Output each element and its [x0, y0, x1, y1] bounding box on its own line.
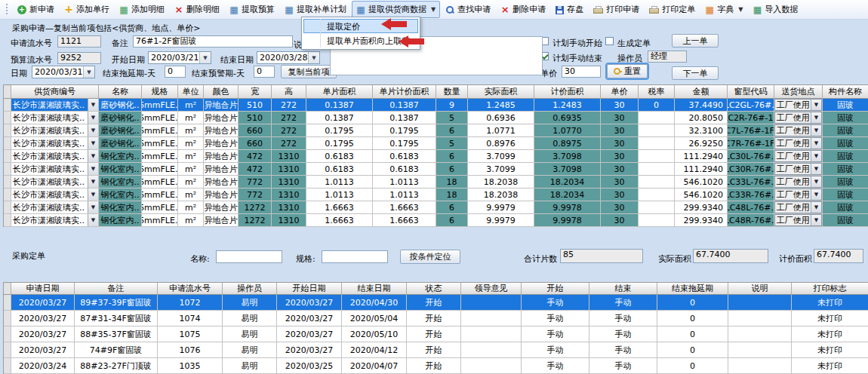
cell-name[interactable]: 磨砂钢化.. [99, 112, 142, 124]
cell-spec[interactable]: 6mmFLE.. [142, 137, 178, 150]
col-piece-pricing-area[interactable]: 单片计价面积 [373, 85, 436, 99]
toolbar-button-dictionary[interactable]: ▦字典▼ [700, 1, 747, 18]
cell-status[interactable]: 开始 [407, 295, 461, 311]
chevron-down-icon[interactable]: ▼ [811, 125, 821, 136]
cell-width[interactable]: 660 [239, 137, 272, 150]
col-end-mode[interactable]: 结束 [589, 283, 657, 295]
cell-name[interactable]: 磨砂钢化.. [99, 137, 142, 150]
name-filter-input[interactable] [216, 250, 282, 263]
cell-pricing-area[interactable]: 18.2034 [534, 176, 601, 189]
cell-window-code[interactable]: LC48R-76#.. [728, 214, 774, 227]
cell-piece-pricing-area[interactable]: 0.1387 [373, 99, 436, 112]
cell-piece-area[interactable]: 1.0113 [306, 176, 373, 189]
cell-start-date[interactable]: 2020/03/25 [277, 358, 342, 374]
cell-amount[interactable]: 37.4490 [675, 99, 728, 112]
cell-width[interactable]: 510 [239, 112, 272, 124]
cell-piece-pricing-area[interactable]: 0.1795 [373, 137, 436, 150]
cell-supplier-no[interactable]: 长沙市潇湘玻璃实..▼ [11, 99, 99, 112]
cell-height[interactable]: 272 [272, 99, 306, 112]
cell-end-delay[interactable]: 0 [657, 358, 728, 374]
cell-piece-area[interactable]: 0.6183 [306, 163, 373, 176]
cell-height[interactable]: 1310 [272, 176, 306, 189]
cell-pricing-area[interactable]: 0.6935 [534, 112, 601, 124]
cell-actual-area[interactable]: 3.7099 [468, 163, 534, 176]
col-component-name[interactable]: 构件名称 [823, 85, 868, 99]
cell-delivery-location[interactable]: 工厂使用▼ [774, 201, 823, 214]
reset-button[interactable]: 重置 [607, 64, 648, 78]
cell-leader-opinion[interactable] [461, 326, 522, 342]
cell-remark[interactable]: 88#23-27F门顶玻 [75, 358, 158, 374]
cell-amount[interactable]: 299.9340 [675, 201, 728, 214]
cell-component-name[interactable]: 固玻 [823, 150, 868, 163]
chevron-down-icon[interactable]: ▼ [88, 112, 98, 124]
locate-by-condition-button[interactable]: 按条件定位 [400, 250, 460, 264]
col-qty[interactable]: 数量 [436, 85, 468, 99]
cell-spec[interactable]: 6mmFLE.. [142, 163, 178, 176]
cell-operator[interactable]: 易明 [223, 295, 277, 311]
cell-actual-area[interactable]: 18.2038 [468, 176, 534, 189]
chevron-down-icon[interactable]: ▼ [88, 189, 98, 201]
cell-end-mode[interactable]: 手动 [589, 295, 657, 311]
cell-actual-area[interactable]: 9.9979 [468, 214, 534, 227]
cell-supplier-no[interactable]: 长沙市潇湘玻璃实..▼ [11, 150, 99, 163]
cell-unit[interactable]: m² [178, 99, 204, 112]
cell-delivery-location[interactable]: 工厂使用▼ [774, 137, 823, 150]
cell-end-mode[interactable]: 手动 [589, 311, 657, 326]
cell-qty[interactable]: 9 [436, 99, 468, 112]
cell-component-name[interactable]: 固玻 [823, 137, 868, 150]
cell-qty[interactable]: 18 [436, 189, 468, 201]
cell-width[interactable]: 1272 [239, 214, 272, 227]
cell-supplier-no[interactable]: 长沙市潇湘玻璃实..▼ [11, 176, 99, 189]
cell-qty[interactable]: 5 [436, 137, 468, 150]
cell-note[interactable] [728, 326, 792, 342]
col-amount[interactable]: 金额 [675, 85, 728, 99]
cell-end-date[interactable]: 2020/05/10 [342, 326, 407, 342]
cell-actual-area[interactable]: 0.6936 [468, 112, 534, 124]
table-row[interactable]: 长沙市潇湘玻璃实..▼钢化室内..6mmFLE..m²异地合片127213101… [4, 214, 868, 227]
cell-component-name[interactable]: 固玻 [823, 163, 868, 176]
cell-delivery-location[interactable]: 工厂使用▼ [774, 124, 823, 137]
chevron-down-icon[interactable]: ▼ [811, 151, 821, 161]
cell-status[interactable]: 开始 [407, 342, 461, 358]
cell-apply-date[interactable]: 2020/03/27 [11, 326, 75, 342]
cell-start-mode[interactable]: 手动 [522, 311, 589, 326]
cell-amount[interactable]: 32.3100 [675, 124, 728, 137]
chevron-down-icon[interactable]: ▼ [83, 66, 94, 78]
col-status[interactable]: 状态 [407, 283, 461, 295]
cell-height[interactable]: 272 [272, 137, 306, 150]
col-window-code[interactable]: 窗型代码 [728, 85, 774, 99]
chevron-down-icon[interactable]: ▼ [738, 6, 743, 13]
cell-pricing-area[interactable]: 9.9978 [534, 201, 601, 214]
spec-filter-input[interactable] [322, 250, 388, 263]
chevron-down-icon[interactable]: ▼ [88, 176, 98, 188]
cell-unit-price[interactable]: 30 [601, 137, 639, 150]
toolbar-button-extract-supplier-data[interactable]: ▦提取供货商数据▼ [352, 1, 440, 18]
cell-remark[interactable]: 89#37-39F窗固玻 [75, 295, 158, 311]
delivery-combo[interactable]: 工厂使用▼ [774, 201, 822, 213]
delivery-combo[interactable]: 工厂使用▼ [774, 163, 822, 175]
cell-note[interactable] [728, 342, 792, 358]
cell-unit-price[interactable]: 30 [601, 176, 639, 189]
cell-unit[interactable]: m² [178, 163, 204, 176]
cell-remark[interactable]: 88#35-37F窗固玻 [75, 326, 158, 342]
cell-amount[interactable]: 546.1020 [675, 189, 728, 201]
toolbar-button-print-order[interactable]: 打印定单 [645, 1, 700, 18]
chevron-down-icon[interactable]: ▼ [88, 150, 98, 162]
cell-width[interactable]: 472 [239, 150, 272, 163]
delivery-combo[interactable]: 工厂使用▼ [774, 112, 822, 124]
delivery-combo[interactable]: 工厂使用▼ [774, 124, 822, 136]
table-row[interactable]: 长沙市潇湘玻璃实..▼磨砂钢化..6mmFLE..m²异地合片5102720.1… [4, 112, 868, 124]
cell-pricing-area[interactable]: 3.7098 [534, 163, 601, 176]
cell-window-code[interactable]: LC30R-76#.. [728, 163, 774, 176]
cell-height[interactable]: 1310 [272, 189, 306, 201]
cell-apply-date[interactable]: 2020/03/27 [11, 295, 75, 311]
cell-end-mode[interactable]: 手动 [589, 342, 657, 358]
cell-amount[interactable]: 26.9250 [675, 137, 728, 150]
chevron-down-icon[interactable]: ▼ [811, 189, 821, 200]
cell-piece-pricing-area[interactable]: 0.6183 [373, 150, 436, 163]
budget-input[interactable]: 9252 [57, 52, 101, 64]
cell-height[interactable]: 1310 [272, 214, 306, 227]
cell-piece-area[interactable]: 0.1795 [306, 124, 373, 137]
cell-actual-area[interactable]: 1.2485 [468, 99, 534, 112]
remark-input[interactable]: 76#1-2F窗固玻 [133, 35, 293, 48]
